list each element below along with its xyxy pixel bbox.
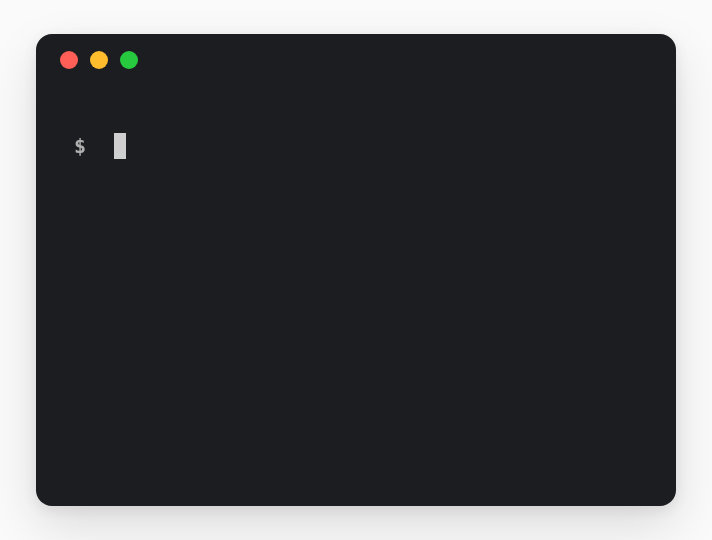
prompt-symbol: $	[74, 132, 86, 160]
prompt-line: $	[74, 132, 638, 160]
window-close-button[interactable]	[60, 51, 78, 69]
cursor-icon	[114, 133, 126, 159]
window-maximize-button[interactable]	[120, 51, 138, 69]
terminal-window: $	[36, 34, 676, 506]
window-titlebar	[36, 34, 676, 86]
terminal-body[interactable]: $	[36, 86, 676, 506]
window-minimize-button[interactable]	[90, 51, 108, 69]
